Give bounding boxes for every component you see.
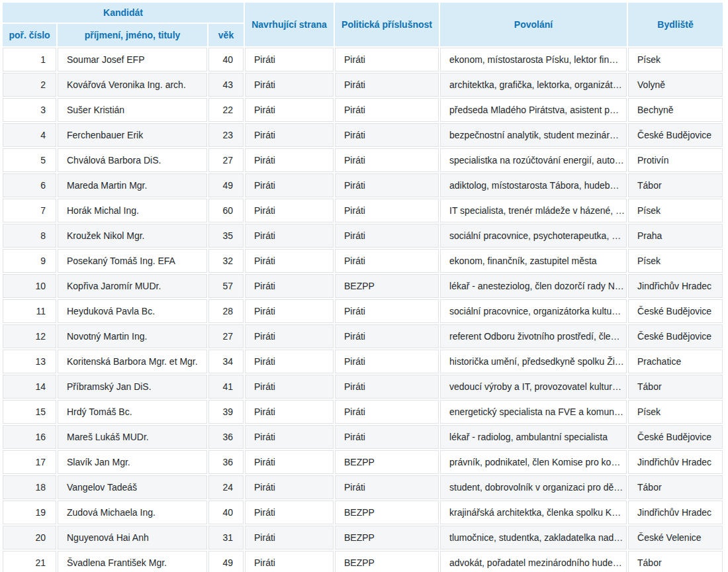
cell-nominating-party: Piráti <box>245 400 334 424</box>
cell-name: Švadlena František Mgr. <box>58 551 207 572</box>
cell-political-affiliation: BEZPP <box>335 450 439 474</box>
candidate-row: 2Kovářová Veronika Ing. arch.43PirátiPir… <box>3 73 723 97</box>
candidate-row: 13Koritenská Barbora Mgr. et Mgr.34Pirát… <box>3 350 723 373</box>
cell-age: 23 <box>208 123 244 147</box>
cell-age: 36 <box>208 425 244 449</box>
cell-political-affiliation: Piráti <box>335 350 439 373</box>
cell-order-number: 21 <box>3 551 56 572</box>
cell-residence: Tábor <box>628 173 723 197</box>
cell-occupation: lékař - anesteziolog, člen dozorčí rady … <box>440 274 627 298</box>
cell-age: 34 <box>208 350 244 373</box>
cell-residence: Jindřichův Hradec <box>628 501 723 524</box>
header-nominating-party: Navrhující strana <box>245 3 334 46</box>
cell-residence: Písek <box>628 249 723 273</box>
cell-order-number: 13 <box>3 350 56 373</box>
cell-name: Posekaný Tomáš Ing. EFA <box>58 249 207 273</box>
cell-residence: České Budějovice <box>628 299 723 323</box>
cell-nominating-party: Piráti <box>245 199 334 222</box>
cell-order-number: 1 <box>3 48 56 72</box>
cell-political-affiliation: Piráti <box>335 73 439 97</box>
cell-age: 41 <box>208 375 244 399</box>
cell-order-number: 15 <box>3 400 56 424</box>
cell-age: 31 <box>208 526 244 549</box>
cell-occupation: předseda Mladého Pirátstva, asistent p… <box>440 98 627 122</box>
header-political-affiliation: Politická příslušnost <box>335 3 439 46</box>
candidate-row: 3Sušer Kristián22PirátiPirátipředseda Ml… <box>3 98 723 122</box>
cell-occupation: právník, podnikatel, člen Komise pro ko… <box>440 450 627 474</box>
cell-political-affiliation: Piráti <box>335 400 439 424</box>
cell-name: Příbramský Jan DiS. <box>58 375 207 399</box>
cell-occupation: sociální pracovnice, psychoterapeutka, … <box>440 224 627 248</box>
cell-residence: Praha <box>628 224 723 248</box>
cell-occupation: vedoucí výroby a IT, provozovatel kultur… <box>440 375 627 399</box>
candidate-row: 20Nguyenová Hai Anh31PirátiBEZPPtlumočni… <box>3 526 723 549</box>
cell-political-affiliation: Piráti <box>335 148 439 172</box>
candidate-row: 18Vangelov Tadeáš24PirátiPirátistudent, … <box>3 475 723 499</box>
cell-order-number: 3 <box>3 98 56 122</box>
cell-political-affiliation: Piráti <box>335 249 439 273</box>
cell-name: Mareda Martin Mgr. <box>58 173 207 197</box>
cell-order-number: 2 <box>3 73 56 97</box>
cell-nominating-party: Piráti <box>245 98 334 122</box>
candidate-row: 8Kroužek Nikol Mgr.35PirátiPirátisociáln… <box>3 224 723 248</box>
cell-political-affiliation: BEZPP <box>335 526 439 549</box>
cell-political-affiliation: Piráti <box>335 299 439 323</box>
candidate-row: 9Posekaný Tomáš Ing. EFA32PirátiPirátiek… <box>3 249 723 273</box>
cell-political-affiliation: Piráti <box>335 173 439 197</box>
cell-residence: Tábor <box>628 475 723 499</box>
cell-political-affiliation: Piráti <box>335 475 439 499</box>
cell-occupation: adiktolog, místostarosta Tábora, hudeb… <box>440 173 627 197</box>
cell-occupation: advokát, pořadatel mezinárodního hude… <box>440 551 627 572</box>
cell-residence: Volyně <box>628 73 723 97</box>
cell-order-number: 4 <box>3 123 56 147</box>
cell-political-affiliation: Piráti <box>335 199 439 222</box>
cell-occupation: referent Odboru životního prostředí, čle… <box>440 324 627 348</box>
header-order-number: poř. číslo <box>3 24 56 46</box>
cell-political-affiliation: Piráti <box>335 224 439 248</box>
cell-name: Mareš Lukáš MUDr. <box>58 425 207 449</box>
cell-name: Hrdý Tomáš Bc. <box>58 400 207 424</box>
cell-nominating-party: Piráti <box>245 375 334 399</box>
header-name: příjmení, jméno, tituly <box>58 24 207 46</box>
cell-age: 27 <box>208 324 244 348</box>
candidate-row: 6Mareda Martin Mgr.49PirátiPirátiadiktol… <box>3 173 723 197</box>
cell-residence: Tábor <box>628 375 723 399</box>
cell-nominating-party: Piráti <box>245 324 334 348</box>
cell-residence: Jindřichův Hradec <box>628 274 723 298</box>
cell-nominating-party: Piráti <box>245 551 334 572</box>
cell-residence: Bechyně <box>628 98 723 122</box>
header-residence: Bydliště <box>628 3 723 46</box>
cell-name: Kroužek Nikol Mgr. <box>58 224 207 248</box>
cell-order-number: 8 <box>3 224 56 248</box>
cell-occupation: lékař - radiolog, ambulantní specialista <box>440 425 627 449</box>
cell-age: 57 <box>208 274 244 298</box>
cell-residence: Jindřichův Hradec <box>628 450 723 474</box>
cell-age: 49 <box>208 173 244 197</box>
cell-residence: Tábor <box>628 551 723 572</box>
cell-residence: Písek <box>628 400 723 424</box>
candidate-row: 17Slavík Jan Mgr.36PirátiBEZPPprávník, p… <box>3 450 723 474</box>
cell-name: Horák Michal Ing. <box>58 199 207 222</box>
cell-age: 32 <box>208 249 244 273</box>
cell-nominating-party: Piráti <box>245 148 334 172</box>
candidate-row: 19Zudová Michaela Ing.40PirátiBEZPPkraji… <box>3 501 723 524</box>
cell-nominating-party: Piráti <box>245 224 334 248</box>
cell-nominating-party: Piráti <box>245 48 334 72</box>
candidate-row: 7Horák Michal Ing.60PirátiPirátiIT speci… <box>3 199 723 222</box>
candidate-row: 5Chválová Barbora DiS.27PirátiPirátispec… <box>3 148 723 172</box>
cell-order-number: 17 <box>3 450 56 474</box>
candidate-row: 10Kopřiva Jaromír MUDr.57PirátiBEZPPléka… <box>3 274 723 298</box>
candidate-row: 4Ferchenbauer Erik23PirátiPirátibezpečno… <box>3 123 723 147</box>
cell-order-number: 5 <box>3 148 56 172</box>
cell-order-number: 6 <box>3 173 56 197</box>
cell-residence: České Velenice <box>628 526 723 549</box>
cell-nominating-party: Piráti <box>245 501 334 524</box>
cell-occupation: architektka, grafička, lektorka, organiz… <box>440 73 627 97</box>
candidates-table-body: 1Soumar Josef EFP40PirátiPirátiekonom, m… <box>3 48 723 572</box>
header-occupation: Povolání <box>440 3 627 46</box>
cell-age: 49 <box>208 551 244 572</box>
cell-order-number: 16 <box>3 425 56 449</box>
cell-name: Zudová Michaela Ing. <box>58 501 207 524</box>
cell-occupation: krajinářská architektka, členka spolku K… <box>440 501 627 524</box>
cell-age: 28 <box>208 299 244 323</box>
